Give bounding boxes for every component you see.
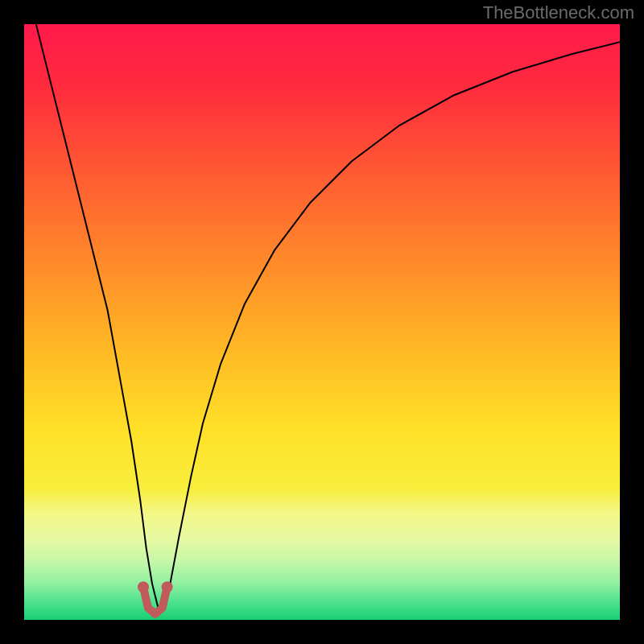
plot-area bbox=[24, 24, 620, 620]
chart-svg bbox=[24, 24, 620, 620]
watermark-text: TheBottleneck.com bbox=[483, 2, 634, 23]
chart-frame: TheBottleneck.com bbox=[0, 0, 644, 644]
gradient-background bbox=[24, 24, 620, 620]
optimum-marker-dot bbox=[138, 581, 149, 592]
optimum-marker-dot bbox=[162, 581, 173, 592]
